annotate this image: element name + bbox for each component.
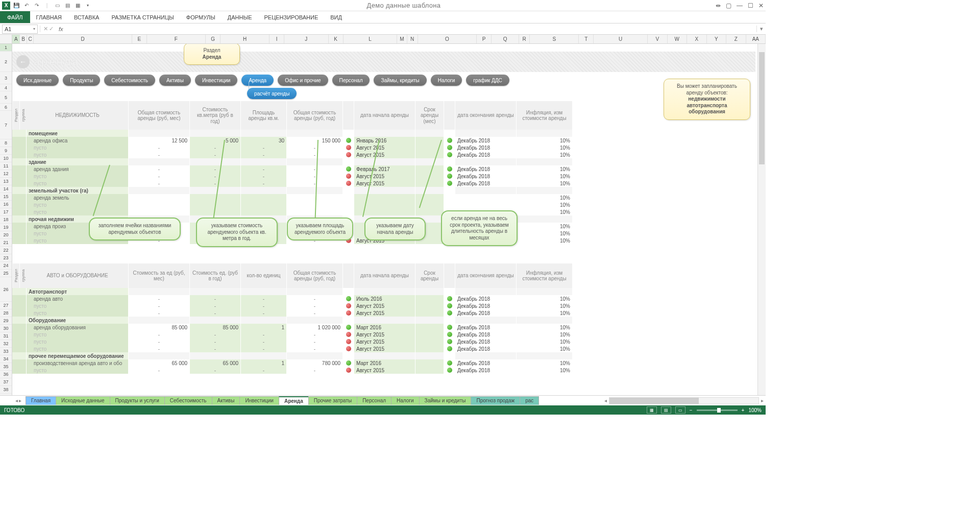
cell[interactable]: 1 [241,324,287,331]
ribbon-tab-insert[interactable]: ВСТАВКА [68,11,105,23]
cell[interactable] [444,367,455,374]
cell[interactable] [415,359,444,367]
sheet-nav-buttons[interactable]: ◂▸ [15,398,21,403]
zoom-out-icon[interactable]: − [690,407,693,413]
cell[interactable]: - [241,309,287,317]
nav-btn-5[interactable]: Аренда [241,75,274,86]
cell[interactable] [415,194,444,201]
cell[interactable] [190,158,241,165]
cell[interactable] [444,302,455,309]
cell[interactable]: - [241,180,287,187]
sheet-tab-8[interactable]: Персонал [357,396,391,405]
cell[interactable]: Декабрь 2018 [455,295,517,302]
cell[interactable]: Декабрь 2018 [455,331,517,338]
nav-btn-8[interactable]: Займы, кредиты [374,75,426,86]
cell[interactable]: - [190,331,241,338]
cell[interactable]: аренда авто [27,295,129,302]
cell[interactable] [343,317,354,324]
cell[interactable] [343,201,354,208]
cell[interactable] [444,151,455,158]
cell[interactable] [415,331,444,338]
cell[interactable] [444,345,455,352]
cell[interactable] [343,144,354,151]
row-header-20[interactable]: 20 [0,231,12,239]
row-headers[interactable]: 1234567891011121314151617181920212223242… [0,44,12,395]
cell[interactable] [12,194,27,201]
accept-formula-icon[interactable]: ✓ [49,26,54,32]
nav-btn-0[interactable]: Исх.данные [16,75,59,86]
col-header-I[interactable]: I [270,35,284,43]
cell[interactable] [415,158,444,165]
ribbon-tab-home[interactable]: ГЛАВНАЯ [30,11,68,23]
cell[interactable] [444,165,455,173]
cell[interactable]: 1 020 000 [287,324,343,331]
cell[interactable]: - [241,144,287,151]
cell[interactable] [12,237,27,244]
cell[interactable]: Декабрь 2018 [455,137,517,144]
cell[interactable] [12,324,27,331]
sheet-tab-6[interactable]: Аренда [279,396,309,405]
cell[interactable] [343,187,354,194]
row-header-16[interactable]: 16 [0,201,12,208]
cell[interactable] [12,345,27,352]
table-row[interactable]: аренда земель10% [12,194,755,201]
row-header-17[interactable]: 17 [0,208,12,216]
cell[interactable] [129,130,190,137]
table-row[interactable]: производственная аренда авто и обо65 000… [12,359,755,367]
name-box[interactable]: A1▾ [2,25,38,34]
nav-btn-3[interactable]: Активы [159,75,191,86]
cell[interactable]: - [287,144,343,151]
table-row[interactable]: пусто10% [12,201,755,208]
cell[interactable] [343,352,354,359]
cell[interactable]: Март 2016 [354,324,415,331]
cell[interactable] [444,144,455,151]
cell[interactable] [455,158,517,165]
cell[interactable] [455,130,517,137]
cell[interactable] [190,317,241,324]
cell[interactable]: - [129,338,190,345]
cell[interactable] [12,173,27,180]
cell[interactable]: 10% [517,331,573,338]
cell[interactable]: пусто [27,173,129,180]
cell[interactable] [12,288,27,295]
cell[interactable] [415,208,444,215]
row-header-5[interactable]: 5 [0,91,12,104]
cell[interactable] [12,302,27,309]
col-header-R[interactable]: R [519,35,530,43]
cell[interactable] [444,137,455,144]
cell[interactable]: аренда здания [27,165,129,173]
cell[interactable]: Декабрь 2018 [455,345,517,352]
cell[interactable] [444,309,455,317]
col-header-AA[interactable]: AA [746,35,766,43]
cell[interactable]: Декабрь 2018 [455,302,517,309]
cell[interactable]: - [129,180,190,187]
fx-icon[interactable]: fx [57,26,65,32]
cell[interactable] [415,165,444,173]
cell[interactable]: - [129,367,190,374]
cell[interactable]: пусто [27,345,129,352]
cell[interactable] [12,158,27,165]
cell[interactable] [517,158,573,165]
cell[interactable]: 10% [517,137,573,144]
view-normal-icon[interactable]: ▦ [647,406,657,414]
nav-btn-4[interactable]: Инвестиции [195,75,238,86]
row-header-11[interactable]: 11 [0,162,12,170]
cell[interactable] [287,187,343,194]
nav-btn-7[interactable]: Персонал [332,75,370,86]
cell[interactable] [415,324,444,331]
select-all-cell[interactable] [0,35,12,44]
cell[interactable] [12,367,27,374]
cell[interactable]: 10% [517,194,573,201]
cell[interactable] [343,137,354,144]
cell[interactable] [12,309,27,317]
cell[interactable]: - [190,180,241,187]
cell[interactable]: Декабрь 2018 [455,151,517,158]
cell[interactable] [129,288,190,295]
cell[interactable]: - [287,331,343,338]
cell[interactable]: 10% [517,359,573,367]
cell[interactable]: - [129,309,190,317]
maximize-icon[interactable]: ☐ [748,2,753,9]
cell[interactable]: 10% [517,367,573,374]
cell[interactable]: Оборудование [27,317,129,324]
cell[interactable] [12,359,27,367]
